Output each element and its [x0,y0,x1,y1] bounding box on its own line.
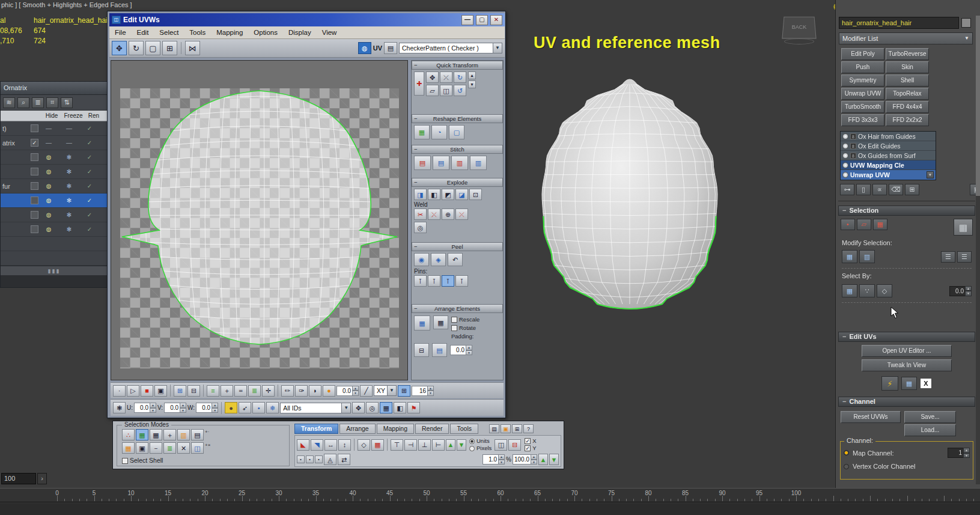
weld-threshold-icon[interactable]: ◎ [414,222,427,233]
tab-render[interactable]: Render [415,424,449,434]
scene-row[interactable]: ◍✻✓ [1,150,108,165]
select-checkbox[interactable] [31,225,38,233]
spacing-dot-icon[interactable]: ▪ [297,456,305,463]
bulb-icon[interactable] [842,153,848,159]
relax-grid-icon[interactable]: ▦ [414,125,430,139]
ornatrix-panel-title[interactable]: Ornatrix [1,82,108,95]
align-top-icon[interactable]: ⊤ [391,439,403,451]
visibility-bulb-icon[interactable]: ◍ [38,154,59,160]
stack-item[interactable]: 8Ox Guides from Surf [841,151,936,160]
object-color-swatch[interactable] [961,18,971,28]
menu-select[interactable]: Select [154,29,184,36]
reset-peel-icon[interactable]: ↶ [448,253,463,266]
paint-select-icon[interactable]: ✏ [281,385,294,397]
freeze-snowflake-icon[interactable]: ✻ [59,197,79,204]
falloff-plus-icon[interactable]: ＋ [221,385,233,397]
shrink-marks[interactable]: +× [205,442,210,454]
visibility-bulb-icon[interactable]: ◍ [38,183,59,189]
scene-row[interactable]: t)——✓ [1,121,108,136]
select-checkbox[interactable] [31,211,38,219]
scroll-down-icon[interactable]: ▼ [927,171,934,178]
select-by-plane-icon[interactable]: ◇ [877,284,892,297]
dock-grid-icon[interactable]: ⊞ [512,424,522,433]
quick-planar-map-icon[interactable]: ⚡ [881,376,898,391]
stack-item[interactable]: UVW Mapping Cle [841,160,936,170]
select-loop-icon[interactable]: ▥ [177,429,190,440]
element-mode-icon[interactable]: ▣ [154,385,167,397]
grow-selection-icon[interactable]: ⊞ [174,385,186,397]
zoom-icon[interactable]: ◎ [366,402,379,413]
sort-icon[interactable]: ⇅ [61,97,73,108]
padding-spinner[interactable]: 0.0▲▼ [450,345,472,355]
flatten-by-angle-icon[interactable]: ◨ [414,189,427,200]
stitch-source-icon[interactable]: ▤ [433,156,449,170]
rotate-tool-icon[interactable]: ↻ [129,41,144,55]
soft-select-rows-icon[interactable]: ≣ [163,442,176,454]
vertex-color-radio[interactable]: Vertex Color Channel [844,463,970,470]
qt-cut-icon[interactable]: ⤫ [440,72,452,83]
uv-island[interactable] [120,88,399,368]
snap-grid-icon[interactable]: ⊞ [398,385,410,397]
freeze-snowflake-icon[interactable]: ✻ [59,183,79,189]
face-mode-icon[interactable]: ■ [141,385,153,397]
nudge-down-icon[interactable]: ▼ [457,439,466,451]
rotate-checkbox[interactable]: Rotate [451,324,479,332]
align-bottom-icon[interactable]: ⊥ [418,439,431,451]
open-folder-icon[interactable]: ▣ [501,424,511,433]
visibility-bulb-icon[interactable]: ◍ [38,168,59,175]
render-check-icon[interactable]: ✓ [79,226,100,233]
select-shell-checkbox[interactable]: Select Shell [122,457,163,464]
paint-select-mode-icon[interactable]: ▦ [122,442,135,454]
scale-percent-spinner[interactable]: 100.0▲▼ [513,454,537,465]
tab-transform[interactable]: Transform [294,424,338,434]
frame-number-field[interactable]: 100 [1,473,36,484]
stack-item-selected[interactable]: Unwrap UVW▼ [841,170,936,180]
menu-view[interactable]: View [317,29,342,36]
find-icon[interactable]: ⌕ [17,97,29,108]
qt-rotate-ccw-icon[interactable]: ↺ [454,85,466,96]
modifier-button[interactable]: Shell [886,75,929,87]
modifier-button[interactable]: Unwrap UVW [841,88,884,100]
pixels-radio[interactable]: Pixels [469,445,492,452]
freeze-snowflake-icon[interactable]: ✻ [59,168,79,175]
select-checkbox[interactable] [31,124,38,132]
move-tool-icon[interactable]: ✥ [112,41,127,55]
flatten-mapping-icon[interactable]: ⊡ [469,189,482,200]
rearrange-icon[interactable]: ⊟ [414,343,429,357]
select-quad-icon[interactable]: ▦ [136,429,148,440]
unpin-tool-icon[interactable]: ⊺ [428,275,440,287]
save-button[interactable]: Save... [904,411,956,423]
freeform-tool-icon[interactable]: ⊞ [162,41,177,55]
uv-canvas[interactable] [111,60,408,380]
edge-mode-icon[interactable]: ▷ [127,385,139,397]
w-spinner[interactable]: 0.0▲▼ [196,403,218,413]
soft-selection-icon[interactable]: ≡ [207,385,219,397]
move-h-icon[interactable]: ↔ [324,439,337,451]
face-subobject-icon[interactable]: ▦ [873,219,887,230]
modifier-button[interactable]: FFD 3x3x3 [841,114,884,126]
stack-item[interactable]: 8Ox Edit Guides [841,141,936,151]
select-by-color-icon[interactable]: ▦ [842,284,857,297]
scene-row[interactable]: atrix✓——✓ [1,136,108,150]
section-arrange-elements[interactable]: −Arrange Elements [412,304,503,313]
visibility-bulb-icon[interactable]: ◍ [38,212,59,218]
pin-tool-icon[interactable]: ⊺ [414,275,427,287]
quick-peel-icon[interactable]: ◉ [414,253,429,266]
align-left-icon[interactable]: ⊣ [404,439,417,451]
move-v-icon[interactable]: ↕ [338,439,351,451]
select-checkbox[interactable] [31,153,38,161]
show-map-icon[interactable]: ◍ [358,42,371,54]
select-minus-icon[interactable]: － [150,442,162,454]
qt-align-v-icon[interactable]: ◫ [440,85,452,96]
paint-erase-icon[interactable]: ✑ [295,385,308,397]
section-peel[interactable]: −Peel [412,242,503,251]
grid-size-spinner[interactable]: 16▲▼ [412,386,434,396]
mirror-v-icon[interactable]: ◥ [311,439,323,451]
flatten-by-smoothing-icon[interactable]: ◧ [428,189,440,200]
select-checkbox[interactable] [31,168,38,175]
select-element-big-icon[interactable]: ▦ [954,219,973,236]
qt-rotate-cw-icon[interactable]: ↻ [454,72,466,83]
column-freeze[interactable]: Freeze [62,112,85,119]
bulb-icon[interactable] [842,162,848,168]
spacing-dot-icon[interactable]: ▪ [315,456,323,463]
